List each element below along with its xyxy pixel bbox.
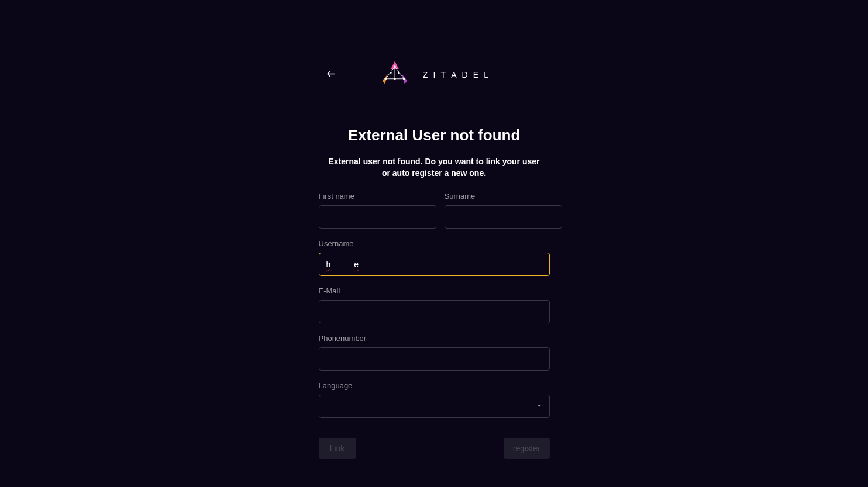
email-field[interactable] — [319, 300, 550, 323]
firstname-field[interactable] — [319, 205, 436, 229]
phone-field[interactable] — [319, 347, 550, 371]
logo-letter: E — [473, 70, 480, 80]
svg-point-10 — [398, 72, 399, 74]
svg-point-5 — [394, 65, 395, 67]
svg-point-7 — [384, 78, 386, 80]
page-title: External User not found — [319, 126, 550, 144]
back-button[interactable] — [323, 67, 339, 84]
language-select-wrapper — [319, 395, 550, 418]
logo-mark-icon — [378, 58, 411, 91]
surname-field-wrapper: Surname — [445, 192, 562, 229]
page-subtitle: External user not found. Do you want to … — [319, 156, 550, 179]
brand-logo: Z I T A D E L — [378, 58, 490, 91]
username-field-wrapper: Username h e — [319, 239, 550, 276]
registration-form: First name Surname Username h e E-Mail P… — [319, 192, 550, 459]
svg-point-6 — [403, 78, 405, 80]
username-value-part1: h — [326, 260, 331, 269]
name-row: First name Surname — [319, 192, 550, 229]
svg-point-8 — [394, 78, 395, 80]
register-button[interactable]: register — [504, 438, 550, 459]
logo-letter: L — [484, 70, 490, 80]
logo-letter: T — [440, 70, 447, 80]
logo-letter: I — [433, 70, 436, 80]
email-label: E-Mail — [319, 286, 550, 295]
arrow-left-icon — [326, 69, 336, 81]
firstname-label: First name — [319, 192, 436, 201]
logo-text: Z I T A D E L — [423, 70, 490, 80]
form-actions: Link register — [319, 438, 550, 459]
surname-label: Surname — [445, 192, 562, 201]
username-label: Username — [319, 239, 550, 248]
main-container: Z I T A D E L External User not found Ex… — [319, 58, 550, 487]
svg-point-9 — [390, 72, 392, 74]
surname-field[interactable] — [445, 205, 562, 229]
logo-letter: A — [451, 70, 457, 80]
header: Z I T A D E L — [319, 58, 550, 91]
phone-field-wrapper: Phonenumber — [319, 334, 550, 371]
username-field[interactable]: h e — [319, 253, 550, 276]
logo-letter: D — [462, 70, 469, 80]
phone-label: Phonenumber — [319, 334, 550, 343]
username-value-part2: e — [354, 260, 359, 269]
language-field-wrapper: Language — [319, 381, 550, 418]
logo-letter: Z — [423, 70, 429, 80]
language-label: Language — [319, 381, 550, 390]
email-field-wrapper: E-Mail — [319, 286, 550, 323]
link-button[interactable]: Link — [319, 438, 356, 459]
language-select[interactable] — [319, 395, 550, 418]
firstname-field-wrapper: First name — [319, 192, 436, 229]
